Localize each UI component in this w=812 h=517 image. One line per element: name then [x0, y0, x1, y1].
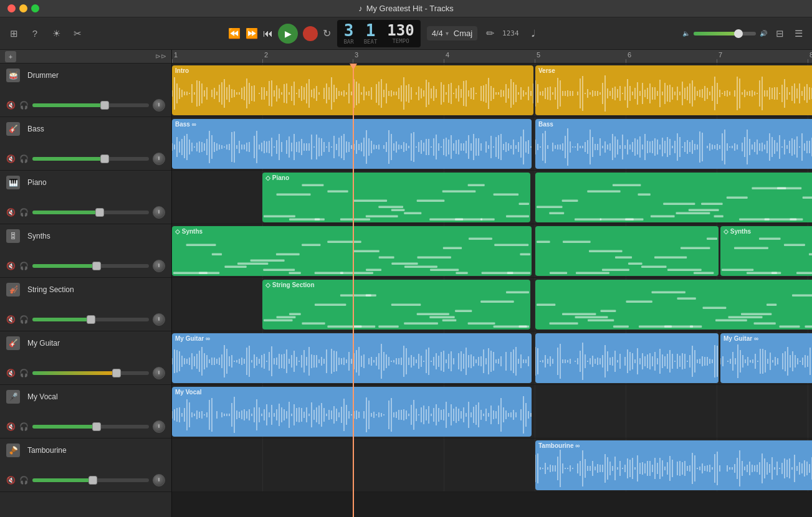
track-item-piano[interactable]: 🎹 Piano 🔇 🎧: [0, 171, 171, 224]
pencil-icon[interactable]: ✏: [484, 27, 496, 40]
pan-knob-my-guitar[interactable]: [153, 367, 165, 379]
svg-rect-142: [677, 298, 696, 300]
svg-rect-62: [418, 257, 451, 259]
region-my-guitar-2[interactable]: My Guitar ∞: [720, 333, 812, 383]
headphone-button-string-section[interactable]: 🎧: [19, 315, 29, 324]
pan-knob-my-vocal[interactable]: [153, 420, 165, 433]
library-icon[interactable]: ⊞: [7, 27, 20, 40]
region-string-section-1[interactable]: [535, 280, 812, 330]
mute-button-synths[interactable]: 🔇: [6, 262, 16, 270]
ruler-tick: [353, 59, 353, 64]
svg-rect-145: [715, 320, 747, 322]
fader-my-vocal[interactable]: [32, 425, 149, 429]
fast-forward-button[interactable]: ⏩: [246, 27, 258, 39]
track-item-my-vocal[interactable]: 🎤 My Vocal 🔇 🎧: [0, 385, 171, 439]
region-synths-0[interactable]: ◇ Synths: [172, 226, 532, 276]
rewind-button[interactable]: ⏪: [228, 27, 241, 39]
fader-string-section[interactable]: [32, 318, 149, 321]
pan-knob-drummer[interactable]: [153, 99, 165, 111]
mute-button-my-guitar[interactable]: 🔇: [6, 369, 16, 377]
region-synths-2[interactable]: ◇ Synths: [720, 226, 812, 276]
svg-rect-16: [468, 184, 485, 187]
help-icon[interactable]: ?: [29, 27, 41, 40]
mute-button-piano[interactable]: 🔇: [6, 208, 16, 217]
svg-rect-63: [430, 269, 459, 272]
record-button[interactable]: [303, 26, 318, 41]
track-item-synths[interactable]: 🎛 Synths 🔇 🎧: [0, 224, 171, 278]
grid-line: [444, 439, 444, 491]
add-track-button[interactable]: +: [5, 51, 16, 62]
region-tambourine-0[interactable]: Tambourine ∞: [535, 440, 812, 490]
play-button[interactable]: ▶: [278, 24, 298, 44]
brightness-icon[interactable]: ☀: [50, 27, 62, 40]
tempo-value: 130: [387, 23, 414, 38]
track-name-string-section: String Section: [27, 285, 74, 294]
ruler-tick: [172, 59, 173, 64]
headphone-button-my-guitar[interactable]: 🎧: [19, 369, 29, 377]
pan-knob-tambourine[interactable]: [153, 474, 165, 486]
mute-button-bass[interactable]: 🔇: [6, 154, 16, 163]
volume-slider[interactable]: [694, 32, 756, 36]
svg-rect-40: [777, 187, 801, 190]
track-item-bass[interactable]: 🎸 Bass 🔇 🎧: [0, 117, 171, 171]
piano-icon: 🎹: [6, 176, 20, 189]
track-name-bass: Bass: [27, 125, 44, 133]
scissors-icon[interactable]: ✂: [71, 27, 84, 40]
region-my-vocal-0[interactable]: My Vocal: [172, 387, 532, 437]
piano-roll-icon[interactable]: ⊟: [773, 27, 786, 40]
time-signature-display[interactable]: 4/4 ▾ Cmaj: [427, 26, 477, 40]
headphone-button-piano[interactable]: 🎧: [19, 208, 29, 217]
fader-drummer[interactable]: [32, 103, 149, 107]
cycle-button[interactable]: ↻: [323, 27, 331, 39]
mute-button-my-vocal[interactable]: 🔇: [6, 422, 16, 431]
fader-bass[interactable]: [32, 157, 149, 161]
headphone-button-tambourine[interactable]: 🎧: [19, 476, 29, 485]
region-string-section-0[interactable]: ◇ String Section: [262, 280, 530, 330]
fader-synths[interactable]: [32, 264, 149, 268]
minimize-button[interactable]: [19, 4, 27, 12]
region-piano-0[interactable]: ◇ Piano: [262, 173, 530, 222]
svg-rect-141: [664, 326, 693, 328]
track-item-my-guitar[interactable]: 🎸 My Guitar 🔇 🎧: [0, 331, 171, 385]
fader-tambourine[interactable]: [32, 478, 149, 482]
track-item-string-section[interactable]: 🎻 String Section 🔇 🎧: [0, 278, 171, 331]
region-bass-1[interactable]: Bass: [535, 119, 812, 169]
region-bass-0[interactable]: Bass ∞: [172, 119, 532, 169]
region-synths-1[interactable]: [535, 226, 719, 276]
headphone-button-my-vocal[interactable]: 🎧: [19, 422, 29, 431]
metronome-icon[interactable]: 𝅘𝅥: [525, 27, 538, 40]
track-item-tambourine[interactable]: 🪘 Tambourine 🔇 🎧: [0, 439, 171, 492]
pan-knob-bass[interactable]: [153, 153, 165, 165]
mute-button-tambourine[interactable]: 🔇: [6, 476, 16, 485]
svg-rect-110: [264, 320, 293, 322]
fader-my-guitar[interactable]: [32, 371, 149, 375]
track-item-drummer[interactable]: 🥁 Drummer 🔇 🎧: [0, 64, 171, 117]
svg-rect-131: [537, 304, 555, 306]
headphone-button-bass[interactable]: 🎧: [19, 154, 29, 163]
region-my-guitar-1[interactable]: [535, 333, 719, 383]
go-to-start-button[interactable]: ⏮: [263, 28, 273, 39]
close-button[interactable]: [7, 4, 16, 12]
maximize-button[interactable]: [31, 4, 39, 12]
svg-rect-82: [681, 247, 710, 250]
region-drummer-0[interactable]: Intro: [172, 65, 533, 115]
track-list-options-button[interactable]: ⊳⊳: [155, 52, 166, 60]
mixer-icon[interactable]: ☰: [792, 27, 805, 40]
region-piano-1[interactable]: [535, 173, 812, 222]
region-my-guitar-0[interactable]: My Guitar ∞: [172, 333, 532, 383]
track-name-my-vocal: My Vocal: [27, 392, 58, 401]
mute-button-string-section[interactable]: 🔇: [6, 315, 16, 324]
pan-knob-synths[interactable]: [153, 260, 165, 272]
region-drummer-1[interactable]: Verse: [535, 65, 812, 115]
region-label-tambourine-0: Tambourine ∞: [538, 442, 580, 449]
headphone-button-drummer[interactable]: 🎧: [19, 101, 29, 110]
svg-rect-1: [277, 194, 311, 196]
pan-knob-string-section[interactable]: [153, 313, 165, 326]
svg-rect-12: [417, 200, 445, 202]
arrangement-row-string-section: ◇ String Section: [172, 278, 812, 331]
mute-button-drummer[interactable]: 🔇: [6, 101, 16, 110]
pan-knob-piano[interactable]: [153, 206, 165, 219]
headphone-button-synths[interactable]: 🎧: [19, 262, 29, 270]
arrangement-rows: Intro Verse Chorus Bass ∞ Bass Bass ∞ ◇ …: [172, 64, 812, 492]
fader-piano[interactable]: [32, 211, 149, 214]
